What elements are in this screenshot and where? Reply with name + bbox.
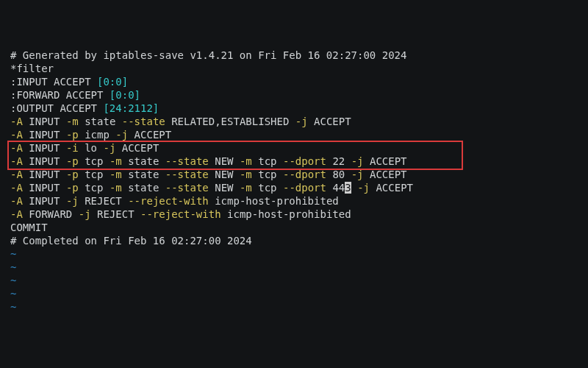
code-token: [24:2112] <box>103 102 159 114</box>
code-token: -p <box>66 169 79 180</box>
code-token: -m <box>110 155 122 167</box>
code-token: *filter <box>10 63 54 74</box>
code-token: state <box>122 155 165 167</box>
code-token: -m <box>66 116 79 127</box>
code-token: -j <box>79 208 91 220</box>
code-line[interactable]: -A INPUT -p tcp -m state --state NEW -m … <box>10 155 588 168</box>
terminal-editor[interactable]: # Generated by iptables-save v1.4.21 on … <box>0 0 588 314</box>
code-token: -A <box>10 155 23 167</box>
code-token: -A <box>10 116 23 127</box>
code-token: tcp <box>79 155 110 167</box>
code-line[interactable]: :FORWARD ACCEPT [0:0] <box>10 88 588 102</box>
code-token: -i <box>66 142 79 154</box>
code-token: [0:0] <box>110 89 140 101</box>
code-token: -m <box>240 155 252 167</box>
code-token: ACCEPT <box>308 116 351 127</box>
code-token: -A <box>10 142 23 154</box>
code-line[interactable]: -A INPUT -i lo -j ACCEPT <box>10 141 588 155</box>
code-token: --dport <box>283 169 326 180</box>
code-token: -A <box>10 182 23 194</box>
code-token: INPUT <box>23 169 66 180</box>
code-token: INPUT <box>23 142 66 154</box>
code-token: # Generated by iptables-save v1.4.21 on … <box>10 49 406 61</box>
code-token: -m <box>240 182 252 194</box>
code-line[interactable]: -A FORWARD -j REJECT --reject-with icmp-… <box>10 208 588 221</box>
code-token: REJECT <box>91 208 140 220</box>
code-token: 80 <box>326 169 351 180</box>
code-token: tcp <box>252 182 283 194</box>
tilde-line[interactable]: ~ <box>10 274 588 287</box>
code-token: [0:0] <box>97 76 128 88</box>
code-token: state <box>79 116 122 127</box>
code-token: -p <box>66 129 79 141</box>
code-token: -j <box>66 195 79 207</box>
code-line[interactable]: # Generated by iptables-save v1.4.21 on … <box>10 49 588 62</box>
code-token: ACCEPT <box>115 142 159 154</box>
code-token: -m <box>240 169 252 180</box>
code-token: -p <box>66 155 79 167</box>
tilde-line[interactable]: ~ <box>10 247 588 261</box>
code-token: ~ <box>10 301 16 313</box>
code-line[interactable]: :INPUT ACCEPT [0:0] <box>10 75 588 88</box>
code-token: icmp-host-prohibited <box>221 208 351 220</box>
tilde-line[interactable]: ~ <box>10 300 588 314</box>
code-token: NEW <box>209 182 240 194</box>
code-token: -A <box>10 195 23 207</box>
code-token: tcp <box>252 155 283 167</box>
code-token: INPUT <box>23 182 66 194</box>
code-token: tcp <box>79 182 110 194</box>
code-line[interactable]: :OUTPUT ACCEPT [24:2112] <box>10 102 588 115</box>
code-token: # Completed on Fri Feb 16 02:27:00 2024 <box>10 235 252 247</box>
code-token: -m <box>110 169 122 180</box>
cursor: 3 <box>345 182 351 194</box>
code-token: --dport <box>283 182 326 194</box>
code-line[interactable]: -A INPUT -p tcp -m state --state NEW -m … <box>10 181 588 194</box>
code-token: COMMIT <box>10 222 48 233</box>
code-token: icmp-host-prohibited <box>209 195 339 207</box>
code-token: :INPUT ACCEPT <box>10 76 97 88</box>
code-token: -j <box>351 169 364 180</box>
code-token: :OUTPUT ACCEPT <box>10 102 103 114</box>
code-token: ACCEPT <box>364 169 407 180</box>
code-line[interactable]: *filter <box>10 62 588 75</box>
code-token: NEW <box>209 155 240 167</box>
code-token: ACCEPT <box>128 129 171 141</box>
code-token: ~ <box>10 288 16 300</box>
code-token: --dport <box>283 155 326 167</box>
code-token: ACCEPT <box>364 155 407 167</box>
code-line[interactable]: -A INPUT -p tcp -m state --state NEW -m … <box>10 168 588 181</box>
code-token: -j <box>295 116 308 127</box>
code-token: -j <box>115 129 128 141</box>
tilde-line[interactable]: ~ <box>10 261 588 274</box>
code-token: REJECT <box>79 195 128 207</box>
code-token: RELATED,ESTABLISHED <box>165 116 295 127</box>
code-token: --state <box>165 182 209 194</box>
code-token: --state <box>122 116 165 127</box>
code-token: 44 <box>326 182 345 194</box>
code-token: -p <box>66 182 79 194</box>
code-line[interactable]: # Completed on Fri Feb 16 02:27:00 2024 <box>10 234 588 247</box>
code-token: --state <box>165 169 209 180</box>
tilde-line[interactable]: ~ <box>10 287 588 300</box>
code-token: ~ <box>10 261 16 273</box>
code-token: ~ <box>10 248 16 260</box>
code-line[interactable]: -A INPUT -m state --state RELATED,ESTABL… <box>10 115 588 128</box>
code-token: -A <box>10 208 23 220</box>
code-token: INPUT <box>23 195 66 207</box>
code-token: INPUT <box>23 116 66 127</box>
code-token: 22 <box>326 155 351 167</box>
code-token: --state <box>165 155 209 167</box>
code-token: -m <box>110 182 122 194</box>
code-token: -j <box>103 142 115 154</box>
code-token: state <box>122 169 165 180</box>
code-line[interactable]: COMMIT <box>10 221 588 234</box>
code-token: state <box>122 182 165 194</box>
code-line[interactable]: -A INPUT -p icmp -j ACCEPT <box>10 128 588 141</box>
code-token: -A <box>10 129 23 141</box>
code-token: -j <box>351 155 364 167</box>
code-token: :FORWARD ACCEPT <box>10 89 110 101</box>
code-token: FORWARD <box>23 208 79 220</box>
code-line[interactable]: -A INPUT -j REJECT --reject-with icmp-ho… <box>10 194 588 208</box>
code-token: INPUT <box>23 155 66 167</box>
code-token: -j <box>357 182 370 194</box>
